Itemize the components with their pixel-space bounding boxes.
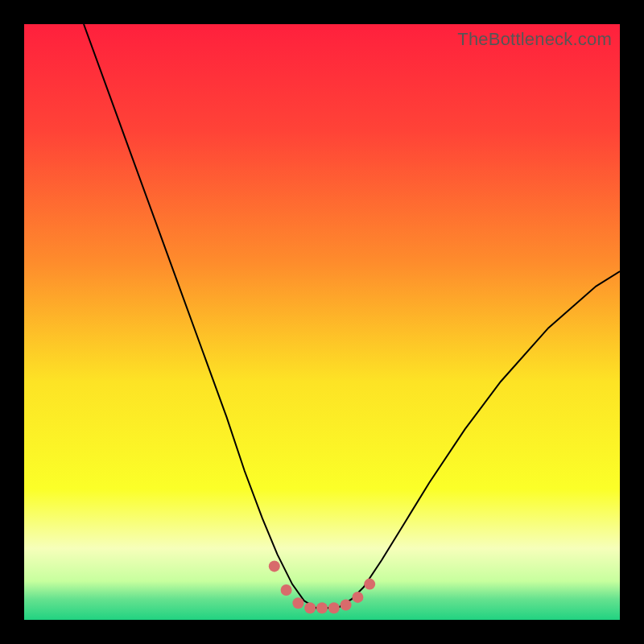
watermark-text: TheBottleneck.com xyxy=(457,29,612,50)
plot-area: TheBottleneck.com xyxy=(24,24,620,620)
chart-container: TheBottleneck.com xyxy=(0,0,644,644)
highlight-dot xyxy=(352,592,363,603)
highlight-dot xyxy=(364,579,375,590)
highlight-dot xyxy=(316,602,328,613)
highlight-dot xyxy=(281,584,292,596)
curve-layer xyxy=(24,24,620,620)
highlight-dot xyxy=(269,560,280,572)
bottleneck-curve xyxy=(84,24,620,608)
highlight-dot xyxy=(292,597,303,609)
highlight-dot xyxy=(341,600,352,611)
highlight-dot xyxy=(304,602,316,613)
highlight-dot xyxy=(328,602,340,613)
